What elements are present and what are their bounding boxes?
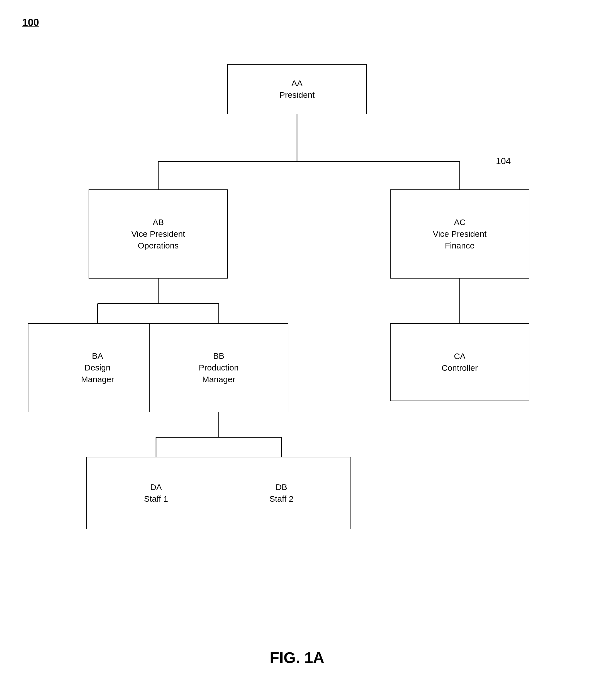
node-db-text: DB Staff 2 [269, 481, 293, 505]
node-ab-text: AB Vice President Operations [132, 216, 185, 252]
node-aa-text: AA President [279, 77, 315, 101]
node-da-text: DA Staff 1 [144, 481, 168, 505]
node-ca-text: CA Controller [441, 351, 478, 374]
org-chart: 102 104 AA President AB Vice President O… [0, 28, 594, 700]
node-bb: BB Production Manager [149, 323, 288, 412]
fig-label: FIG. 1A [0, 648, 594, 667]
node-db: DB Staff 2 [212, 457, 351, 529]
figure-number-label: 100 [22, 17, 39, 28]
node-ab: AB Vice President Operations [89, 190, 228, 278]
node-aa: AA President [227, 64, 367, 114]
node-da: DA Staff 1 [86, 457, 226, 529]
node-ac: AC Vice President Finance [390, 190, 529, 278]
ref-104: 104 [496, 156, 511, 166]
node-ca: CA Controller [390, 323, 529, 401]
node-ac-text: AC Vice President Finance [433, 216, 487, 252]
node-ba: BA Design Manager [28, 323, 167, 412]
node-bb-text: BB Production Manager [199, 350, 238, 385]
node-ba-text: BA Design Manager [81, 350, 114, 385]
